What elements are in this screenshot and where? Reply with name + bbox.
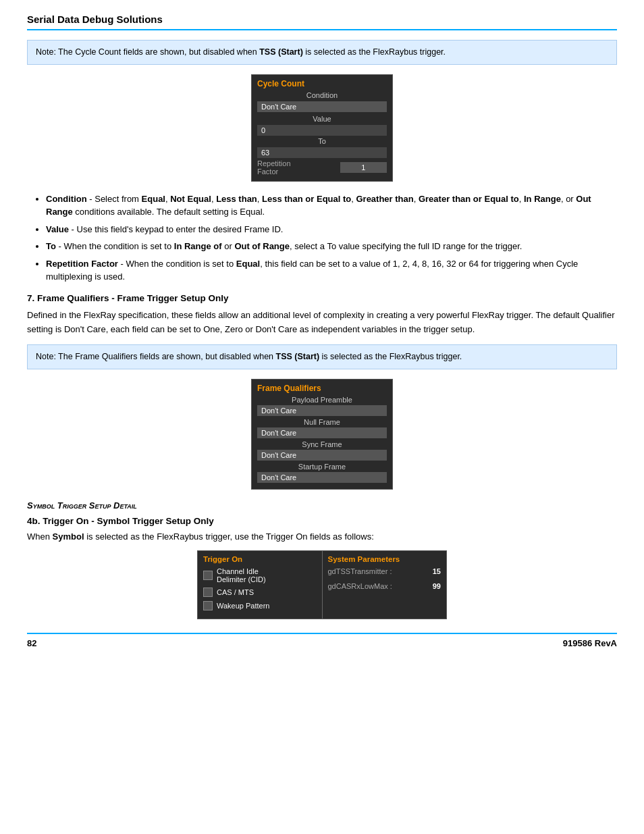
fq-startup-field[interactable]: Don't Care — [257, 472, 387, 483]
sys-params-title: System Parameters — [328, 555, 441, 563]
trigger-row-cas: CAS / MTS — [203, 588, 317, 597]
rep-label1: Repetition — [257, 159, 291, 167]
trigger-on-title: Trigger On — [203, 555, 317, 563]
trigger-row-wakeup: Wakeup Pattern — [203, 601, 317, 610]
trigger-widget: Trigger On Channel IdleDelimiter (CID) C… — [197, 550, 447, 619]
note-box-1: Note: The Cycle Count fields are shown, … — [27, 40, 617, 65]
cas-rx-label: gdCASRxLowMax : — [328, 582, 430, 590]
bullet-value: Value - Use this field's keypad to enter… — [46, 223, 617, 236]
cid-checkbox[interactable] — [203, 571, 213, 580]
value-field[interactable]: 0 — [257, 125, 387, 136]
cycle-count-widget: Cycle Count Condition Don't Care Value 0… — [251, 74, 393, 182]
fq-sync-field[interactable]: Don't Care — [257, 450, 387, 461]
page-number: 82 — [27, 638, 36, 648]
frame-qual-widget-container: Frame Qualifiers Payload Preamble Don't … — [27, 379, 617, 490]
rep-value[interactable]: 1 — [340, 162, 387, 173]
cas-checkbox[interactable] — [203, 588, 213, 597]
sub-para: When Symbol is selected as the FlexRaybu… — [27, 530, 617, 544]
cycle-count-widget-container: Cycle Count Condition Don't Care Value 0… — [27, 74, 617, 182]
repetition-row: Repetition Factor 1 — [257, 159, 387, 176]
value-label: Value — [257, 115, 387, 123]
page-title: Serial Data Debug Solutions — [27, 14, 617, 25]
bullet-to: To - When the condition is set to In Ran… — [46, 240, 617, 253]
wakeup-checkbox[interactable] — [203, 601, 213, 610]
revision: 919586 RevA — [563, 638, 617, 648]
sub-heading: 4b. Trigger On - Symbol Trigger Setup On… — [27, 516, 617, 526]
fq-null-label: Null Frame — [257, 418, 387, 426]
note-box-2: Note: The Frame Qualifiers fields are sh… — [27, 344, 617, 369]
cid-label: Channel IdleDelimiter (CID) — [217, 567, 266, 583]
fq-payload-field[interactable]: Don't Care — [257, 405, 387, 416]
system-params-panel: System Parameters gdTSSTransmitter : 15 … — [323, 551, 447, 619]
bullet-value-term: Value — [46, 224, 69, 234]
fq-startup-label: Startup Frame — [257, 463, 387, 471]
rep-label2: Factor — [257, 167, 278, 176]
fq-sync-label: Sync Frame — [257, 440, 387, 448]
page-header: Serial Data Debug Solutions — [27, 14, 617, 30]
trigger-widget-container: Trigger On Channel IdleDelimiter (CID) C… — [27, 550, 617, 619]
condition-label: Condition — [257, 91, 387, 99]
frame-qual-heading: 7. Frame Qualifiers - Frame Trigger Setu… — [27, 293, 617, 303]
trigger-row-cid: Channel IdleDelimiter (CID) — [203, 567, 317, 583]
frame-qual-widget: Frame Qualifiers Payload Preamble Don't … — [251, 379, 393, 490]
note2-text: Note: The Frame Qualifiers fields are sh… — [36, 352, 276, 361]
cas-rx-value: 99 — [433, 582, 441, 590]
tss-label: gdTSSTransmitter : — [328, 567, 430, 575]
symbol-heading: Symbol Trigger Setup Detail — [27, 500, 617, 511]
tss-value: 15 — [433, 567, 441, 575]
rep-label: Repetition Factor — [257, 159, 340, 176]
fq-title: Frame Qualifiers — [257, 384, 387, 393]
wakeup-label: Wakeup Pattern — [217, 602, 269, 610]
bullet-condition: Condition - Select from Equal, Not Equal… — [46, 192, 617, 219]
note2-bold: TSS (Start) — [276, 352, 320, 361]
note1-text2: is selected as the FlexRaybus trigger. — [303, 47, 446, 57]
note1-text: Note: The Cycle Count fields are shown, … — [36, 47, 259, 57]
note2-text2: is selected as the FlexRaybus trigger. — [319, 352, 462, 361]
sys-param-cas: gdCASRxLowMax : 99 — [328, 582, 441, 590]
fq-payload-label: Payload Preamble — [257, 396, 387, 404]
page-footer: 82 919586 RevA — [27, 633, 617, 648]
bullet-rep-term: Repetition Factor — [46, 259, 118, 269]
sys-param-tss: gdTSSTransmitter : 15 — [328, 567, 441, 575]
cas-label: CAS / MTS — [217, 588, 254, 596]
note1-bold: TSS (Start) — [259, 47, 303, 57]
fq-null-field[interactable]: Don't Care — [257, 427, 387, 438]
bullet-list: Condition - Select from Equal, Not Equal… — [46, 192, 617, 284]
trigger-on-panel: Trigger On Channel IdleDelimiter (CID) C… — [198, 551, 323, 619]
bullet-to-term: To — [46, 241, 56, 251]
frame-qual-para: Defined in the FlexRay specification, th… — [27, 309, 617, 337]
to-field[interactable]: 63 — [257, 147, 387, 158]
to-label: To — [257, 137, 387, 145]
bullet-repetition: Repetition Factor - When the condition i… — [46, 257, 617, 284]
bullet-condition-term: Condition — [46, 194, 87, 204]
condition-field[interactable]: Don't Care — [257, 101, 387, 112]
cycle-count-title: Cycle Count — [257, 79, 387, 88]
